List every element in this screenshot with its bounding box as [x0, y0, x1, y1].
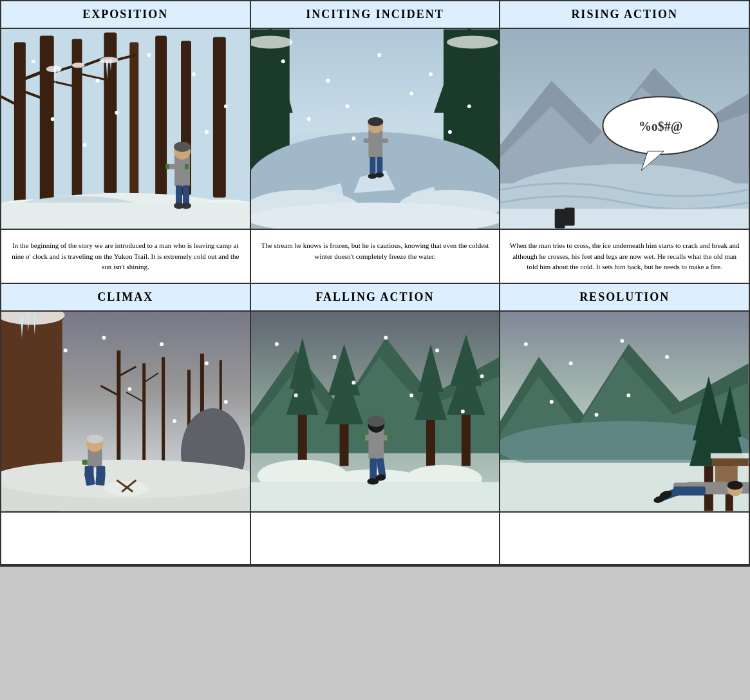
svg-rect-141 [339, 424, 348, 466]
svg-rect-69 [370, 157, 375, 176]
svg-rect-70 [377, 157, 382, 175]
svg-point-171 [461, 410, 465, 413]
svg-point-73 [281, 59, 285, 63]
svg-point-166 [435, 348, 439, 352]
svg-point-82 [448, 130, 452, 134]
svg-point-168 [294, 393, 297, 397]
image-climax [1, 312, 250, 511]
header-exposition: EXPOSITION [1, 1, 250, 28]
svg-point-44 [51, 117, 55, 121]
svg-point-128 [160, 342, 164, 346]
svg-rect-147 [462, 414, 471, 466]
svg-point-129 [205, 361, 209, 365]
svg-rect-67 [363, 138, 372, 143]
svg-rect-28 [1, 203, 250, 229]
text-falling [251, 513, 500, 564]
svg-point-74 [326, 79, 330, 82]
svg-point-81 [352, 137, 355, 140]
svg-point-45 [115, 111, 118, 115]
svg-rect-138 [297, 414, 306, 466]
svg-rect-151 [251, 482, 500, 511]
svg-point-163 [275, 342, 279, 346]
svg-point-42 [192, 72, 196, 76]
svg-rect-157 [361, 435, 365, 440]
header-inciting: INCITING INCIDENT [251, 1, 500, 28]
svg-point-79 [345, 104, 349, 108]
svg-point-47 [83, 143, 87, 147]
svg-rect-122 [95, 472, 106, 486]
svg-point-132 [173, 419, 176, 422]
svg-point-127 [102, 336, 106, 339]
svg-marker-184 [712, 458, 749, 466]
svg-rect-117 [91, 459, 100, 464]
svg-point-194 [524, 342, 528, 346]
svg-point-154 [367, 415, 385, 426]
image-falling [251, 312, 500, 511]
svg-point-196 [621, 339, 624, 343]
svg-point-75 [377, 53, 381, 57]
svg-point-46 [205, 130, 209, 134]
svg-point-195 [569, 361, 573, 365]
svg-point-169 [352, 381, 355, 384]
svg-rect-33 [165, 164, 169, 169]
storyboard: EXPOSITION INCITING INCIDENT RISING ACTI… [0, 0, 750, 567]
svg-point-170 [409, 393, 413, 397]
svg-point-21 [46, 66, 62, 72]
header-resolution: RESOLUTION [500, 284, 749, 310]
text-rising: When the man tries to cross, the ice und… [500, 230, 749, 283]
svg-rect-91 [555, 209, 565, 229]
svg-point-39 [32, 59, 35, 63]
image-inciting [251, 29, 500, 229]
svg-text:%o$#@: %o$#@ [639, 119, 682, 134]
svg-rect-158 [387, 435, 391, 440]
svg-point-80 [409, 91, 413, 95]
svg-point-126 [64, 348, 68, 352]
svg-rect-144 [426, 419, 435, 466]
svg-point-78 [306, 117, 310, 121]
svg-point-167 [480, 374, 483, 378]
text-climax [1, 513, 250, 564]
svg-rect-8 [213, 37, 226, 197]
svg-point-131 [127, 387, 131, 391]
svg-point-77 [467, 104, 471, 108]
svg-point-199 [550, 400, 554, 404]
svg-rect-6 [155, 36, 167, 196]
svg-rect-68 [379, 138, 388, 143]
svg-rect-34 [185, 164, 189, 169]
svg-point-38 [181, 203, 191, 209]
svg-rect-183 [715, 466, 738, 482]
text-inciting: The stream he knows is frozen, but he is… [251, 230, 500, 283]
image-exposition [1, 29, 250, 229]
svg-rect-118 [82, 459, 88, 464]
svg-point-23 [72, 62, 85, 68]
svg-rect-5 [129, 42, 138, 196]
header-climax: CLIMAX [1, 284, 250, 310]
text-resolution [500, 513, 749, 564]
svg-point-165 [384, 336, 388, 339]
svg-point-66 [368, 117, 383, 126]
svg-rect-87 [500, 209, 749, 229]
svg-point-200 [595, 412, 599, 416]
svg-rect-92 [565, 208, 575, 226]
svg-point-130 [224, 400, 228, 404]
svg-point-197 [665, 355, 669, 359]
svg-point-31 [174, 142, 191, 152]
svg-point-43 [224, 104, 228, 108]
svg-point-40 [95, 79, 99, 82]
image-rising: %o$#@ [500, 29, 749, 229]
svg-point-115 [87, 434, 104, 443]
svg-point-198 [627, 393, 631, 397]
header-falling: FALLING ACTION [251, 284, 500, 310]
svg-point-22 [100, 57, 118, 63]
svg-point-72 [375, 173, 384, 178]
svg-point-189 [727, 480, 743, 489]
svg-point-41 [147, 53, 151, 57]
svg-point-76 [429, 72, 433, 76]
svg-rect-32 [167, 164, 186, 169]
svg-rect-1 [14, 42, 26, 209]
svg-marker-185 [711, 453, 749, 458]
text-exposition: In the beginning of the story we are int… [1, 230, 250, 283]
header-rising: RISING ACTION [500, 1, 749, 28]
image-resolution [500, 312, 749, 511]
svg-point-164 [332, 355, 336, 359]
